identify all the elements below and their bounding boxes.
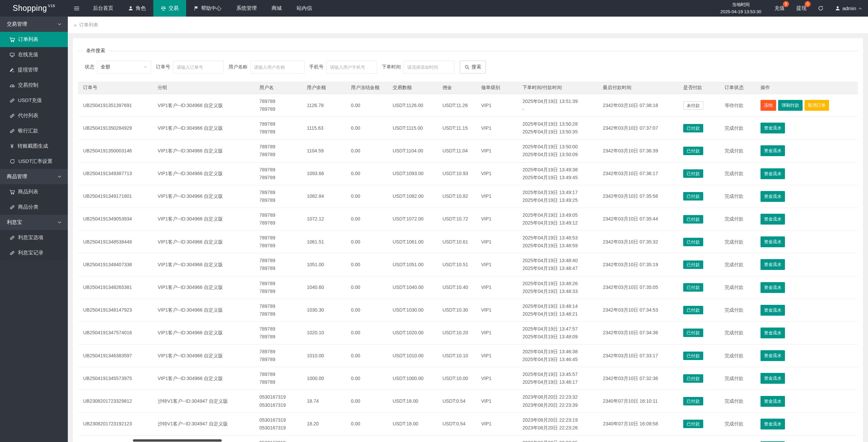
hamburger-button[interactable]: [68, 0, 85, 17]
sidebar-item-label: 提现管理: [18, 67, 38, 73]
sidebar-item-2[interactable]: 在线充值: [0, 47, 68, 62]
action-button[interactable]: 资金流水: [761, 419, 785, 429]
sidebar-item-8[interactable]: 转账截图生成: [0, 139, 68, 154]
action-button[interactable]: 资金流水: [761, 236, 785, 247]
status-cell: 完成付款: [719, 435, 755, 442]
sidebar-section-label: 商品管理: [7, 173, 27, 180]
sidebar-item-3[interactable]: 提现管理: [0, 62, 68, 78]
action-button[interactable]: 资金流水: [761, 396, 785, 407]
frozen-cell: 0.00: [346, 117, 388, 140]
action-button[interactable]: 资金流水: [761, 259, 785, 270]
order-no-cell: UB2504191347574016: [78, 321, 153, 344]
sidebar-item-4[interactable]: 交易控制: [0, 78, 68, 93]
sidebar-item-label: USDT汇率设置: [18, 158, 53, 165]
action-button[interactable]: 强制付款: [778, 100, 803, 111]
frozen-cell: 0.00: [346, 140, 388, 162]
horizontal-scrollbar[interactable]: [133, 439, 222, 442]
status-cell: 完成付款: [719, 208, 755, 230]
action-button[interactable]: 冻结: [761, 100, 776, 111]
last-pay-time-cell: 2342年03月10日 07:35:05: [598, 276, 678, 299]
amount-cell: USDT:1061.00: [388, 231, 437, 253]
nav-item-4[interactable]: 系统管理: [229, 0, 264, 17]
column-header: 分组: [153, 82, 254, 94]
paid-cell: 未付款: [678, 94, 719, 117]
column-header: 下单时间/付款时间: [517, 82, 598, 94]
action-button[interactable]: 资金流水: [761, 305, 785, 316]
sidebar-item-15[interactable]: 利息宝记录: [0, 245, 68, 260]
nav-item-1[interactable]: 角色: [121, 0, 153, 17]
nav-item-label: 站内信: [297, 5, 312, 12]
group-cell: VIP1客户--ID:304966 自定义版: [153, 344, 254, 367]
nav-item-5[interactable]: 商城: [264, 0, 289, 17]
paid-badge: 已付款: [683, 329, 703, 337]
order-time-input[interactable]: [403, 61, 454, 73]
level-cell: VIP1: [476, 162, 517, 185]
order-time-cell: 2025年04月19日 13:49:172025年04月19日 13:49:25: [517, 185, 598, 208]
last-pay-time-cell: 2342年03月10日 07:32:36: [598, 367, 678, 390]
order-no-input[interactable]: [173, 61, 224, 73]
balance-cell: 1040.60: [302, 276, 346, 299]
commission-cell: USDT:11.04: [437, 140, 476, 162]
refresh-button[interactable]: [812, 0, 829, 17]
sidebar-item-11[interactable]: 商品列表: [0, 184, 68, 199]
action-button[interactable]: 资金流水: [761, 350, 785, 361]
refresh-icon: [818, 5, 824, 11]
sidebar-item-1[interactable]: 订单列表: [0, 32, 68, 47]
amount-cell: USDT:1030.00: [388, 299, 437, 321]
action-button[interactable]: 资金流水: [761, 168, 785, 179]
sidebar-item-6[interactable]: 代付列表: [0, 108, 68, 123]
link-icon: [9, 98, 15, 103]
action-button[interactable]: 取消订单: [805, 100, 829, 111]
sidebar-section-0[interactable]: 交易管理: [0, 17, 68, 32]
actions-cell: 资金流水: [755, 276, 858, 299]
withdraw-button[interactable]: 提现 0: [790, 0, 812, 17]
sidebar-item-9[interactable]: USDT汇率设置: [0, 154, 68, 169]
nav-item-2[interactable]: 交易: [153, 0, 186, 17]
group-cell: VIP1客户--ID:304966 自定义版: [153, 185, 254, 208]
order-time-label: 下单时间: [382, 64, 401, 70]
status-select[interactable]: 全部: [97, 61, 151, 73]
nav-item-0[interactable]: 后台首页: [85, 0, 121, 17]
sidebar-item-12[interactable]: 商品分类: [0, 199, 68, 215]
orders-table: 订单号分组用户名用户余额用户冻结金额交易数额佣金做单级别下单时间/付款时间最后付…: [78, 82, 858, 442]
local-time-label: 当地时间: [720, 1, 761, 8]
chevron-down-icon: [57, 174, 62, 179]
sidebar-section-10[interactable]: 商品管理: [0, 169, 68, 184]
local-time-value: 2025-04-19 13:53:30: [720, 8, 761, 15]
sidebar-item-label: 利息宝选项: [18, 234, 43, 241]
action-button[interactable]: 资金流水: [761, 123, 785, 133]
status-cell: 完成付款: [719, 390, 755, 413]
actions-cell: 资金流水: [755, 367, 858, 390]
nav-item-6[interactable]: 站内信: [289, 0, 319, 17]
sidebar-item-5[interactable]: USDT充值: [0, 93, 68, 108]
commission-cell: USDT:10.10: [437, 344, 476, 367]
username-input[interactable]: [250, 61, 304, 73]
user-menu[interactable]: admin: [829, 0, 868, 17]
username-cell: 789789789789: [254, 208, 302, 230]
paid-cell: 已付款: [678, 321, 719, 344]
frozen-cell: 0.00: [346, 208, 388, 230]
sidebar-item-7[interactable]: 银行汇款: [0, 123, 68, 139]
nav-item-label: 交易: [169, 5, 179, 12]
order-no-cell: UB2504191349053934: [78, 208, 153, 230]
paid-cell: 已付款: [678, 231, 719, 253]
logo-version: V16: [48, 4, 55, 8]
action-button[interactable]: 资金流水: [761, 191, 785, 202]
amount-cell: USDT:17.00: [388, 435, 437, 442]
action-button[interactable]: 资金流水: [761, 214, 785, 225]
action-button[interactable]: 资金流水: [761, 282, 785, 293]
yen-icon: [9, 144, 15, 149]
action-button[interactable]: 资金流水: [761, 373, 785, 384]
recharge-button[interactable]: 充值 9: [769, 0, 790, 17]
sidebar-item-14[interactable]: 利息宝选项: [0, 230, 68, 245]
group-cell: VIP1客户--ID:304966 自定义版: [153, 117, 254, 140]
user-icon: [835, 6, 840, 11]
nav-item-3[interactable]: 帮助中心: [186, 0, 229, 17]
sidebar-section-13[interactable]: 利息宝: [0, 215, 68, 230]
cart-icon: [9, 189, 15, 195]
action-button[interactable]: 资金流水: [761, 328, 785, 338]
phone-input[interactable]: [326, 61, 377, 73]
action-button[interactable]: 资金流水: [761, 145, 785, 156]
search-button[interactable]: 搜索: [460, 61, 486, 73]
level-cell: VIP1: [476, 413, 517, 435]
